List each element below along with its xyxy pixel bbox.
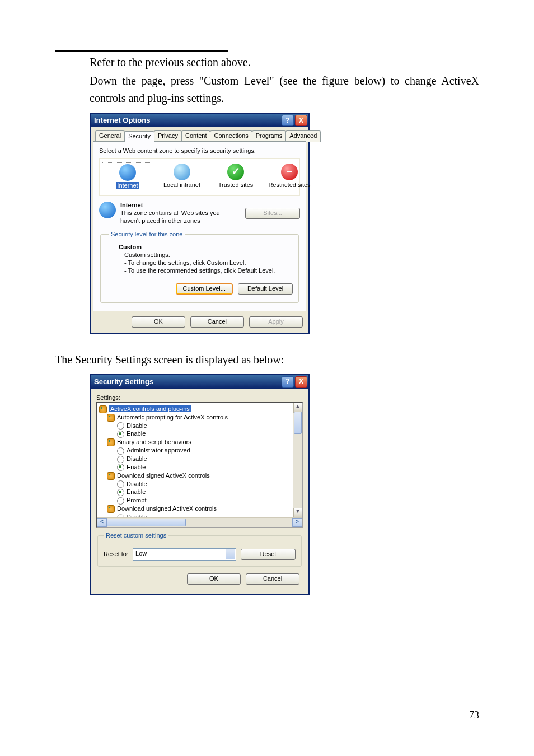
cancel-button[interactable]: Cancel bbox=[246, 573, 299, 585]
reset-legend: Reset custom settings bbox=[104, 532, 168, 540]
selected-zone-name: Internet bbox=[120, 202, 143, 208]
cancel-button[interactable]: Cancel bbox=[190, 316, 244, 328]
zone-description: haven't placed in other zones bbox=[120, 217, 200, 224]
security-settings-dialog: Security Settings ? X Settings: ActiveX … bbox=[90, 374, 310, 595]
default-level-button[interactable]: Default Level bbox=[238, 283, 293, 295]
dialog-title: Security Settings bbox=[94, 377, 153, 386]
level-heading: Custom bbox=[119, 244, 142, 250]
scroll-track[interactable] bbox=[293, 412, 302, 509]
scroll-thumb[interactable] bbox=[106, 519, 186, 526]
local-intranet-icon bbox=[174, 164, 190, 180]
page-number: 73 bbox=[469, 708, 479, 724]
titlebar[interactable]: Security Settings ? X bbox=[91, 375, 308, 389]
tree-group[interactable]: Automatic prompting for ActiveX controls bbox=[117, 414, 228, 421]
security-level-group: Security level for this zone Custom Cust… bbox=[100, 231, 299, 304]
gear-icon bbox=[107, 438, 115, 446]
horizontal-rule bbox=[55, 50, 228, 52]
settings-label: Settings: bbox=[96, 394, 303, 402]
sites-button: Sites... bbox=[245, 208, 300, 219]
tab-pane: Select a Web content zone to specify its… bbox=[93, 141, 306, 311]
radio-icon[interactable] bbox=[117, 489, 124, 496]
tab-privacy[interactable]: Privacy bbox=[154, 130, 182, 142]
tab-general[interactable]: General bbox=[95, 130, 125, 142]
globe-icon bbox=[99, 202, 116, 218]
tree-option[interactable]: Disable bbox=[127, 422, 147, 429]
radio-icon[interactable] bbox=[117, 447, 124, 455]
zone-label: Trusted sites bbox=[218, 181, 254, 188]
help-button[interactable]: ? bbox=[282, 376, 294, 388]
gear-icon bbox=[107, 505, 115, 513]
intro-paragraph: Down the page, press "Custom Level" (see… bbox=[90, 72, 479, 107]
scroll-left-button[interactable]: < bbox=[97, 518, 107, 527]
level-text: - To use the recommended settings, click… bbox=[124, 267, 293, 275]
ok-button[interactable]: OK bbox=[187, 573, 241, 585]
zone-select-hint: Select a Web content zone to specify its… bbox=[99, 147, 300, 155]
reset-group: Reset custom settings Reset to: Low Rese… bbox=[97, 532, 302, 567]
close-button[interactable]: X bbox=[295, 376, 307, 388]
scroll-thumb[interactable] bbox=[294, 412, 302, 434]
zone-restricted-sites[interactable]: − Restricted sites bbox=[264, 162, 315, 193]
tree-option[interactable]: Disable bbox=[127, 480, 147, 487]
tree-option[interactable]: Enable bbox=[127, 430, 146, 437]
zone-label: Local intranet bbox=[163, 181, 200, 188]
dialog-title: Internet Options bbox=[94, 116, 150, 125]
radio-icon[interactable] bbox=[117, 480, 124, 488]
level-text: Custom settings. bbox=[124, 251, 293, 259]
level-text: - To change the settings, click Custom L… bbox=[124, 259, 293, 267]
reset-button[interactable]: Reset bbox=[241, 549, 296, 560]
zone-label: Restricted sites bbox=[268, 181, 310, 188]
tree-option[interactable]: Prompt bbox=[127, 497, 146, 503]
scroll-right-button[interactable]: > bbox=[292, 518, 302, 527]
scroll-down-button[interactable]: ▼ bbox=[293, 508, 302, 518]
gear-icon bbox=[107, 414, 115, 422]
close-button[interactable]: X bbox=[295, 115, 307, 126]
zone-label: Internet bbox=[116, 182, 139, 189]
zone-local-intranet[interactable]: Local intranet bbox=[157, 162, 207, 193]
chevron-down-icon bbox=[228, 552, 233, 556]
titlebar[interactable]: Internet Options ? X bbox=[91, 114, 308, 127]
gear-icon bbox=[99, 405, 107, 413]
vertical-scrollbar[interactable]: ▲ ▼ bbox=[293, 403, 302, 518]
intro-line: Refer to the previous section above. bbox=[90, 54, 479, 71]
radio-icon[interactable] bbox=[117, 497, 124, 505]
tab-security[interactable]: Security bbox=[124, 131, 154, 142]
radio-icon[interactable] bbox=[117, 431, 124, 438]
settings-tree[interactable]: ActiveX controls and plug-ins Automatic … bbox=[96, 402, 303, 528]
radio-icon[interactable] bbox=[117, 464, 124, 471]
tree-group[interactable]: Binary and script behaviors bbox=[117, 438, 191, 445]
tree-root[interactable]: ActiveX controls and plug-ins bbox=[109, 405, 191, 412]
apply-button: Apply bbox=[249, 316, 303, 328]
combo-value: Low bbox=[135, 550, 147, 557]
horizontal-scrollbar[interactable]: < > bbox=[97, 517, 302, 527]
gear-icon bbox=[107, 472, 115, 480]
help-button[interactable]: ? bbox=[282, 115, 294, 126]
zone-description: This zone contains all Web sites you bbox=[120, 209, 220, 216]
custom-level-button[interactable]: Custom Level... bbox=[176, 283, 233, 295]
zones-list: Internet Local intranet ✓ Trusted sites … bbox=[99, 158, 300, 197]
mid-paragraph: The Security Settings screen is displaye… bbox=[55, 351, 479, 368]
trusted-sites-icon: ✓ bbox=[227, 164, 244, 180]
zone-trusted-sites[interactable]: ✓ Trusted sites bbox=[210, 162, 261, 193]
ok-button[interactable]: OK bbox=[132, 316, 185, 328]
zone-internet[interactable]: Internet bbox=[102, 162, 153, 193]
group-legend: Security level for this zone bbox=[109, 231, 185, 239]
internet-options-dialog: Internet Options ? X General Security Pr… bbox=[90, 113, 310, 334]
tab-programs[interactable]: Programs bbox=[252, 130, 287, 142]
tree-option[interactable]: Administrator approved bbox=[127, 447, 190, 454]
tab-content[interactable]: Content bbox=[181, 130, 211, 142]
tab-connections[interactable]: Connections bbox=[210, 130, 252, 142]
tab-strip: General Security Privacy Content Connect… bbox=[93, 130, 306, 142]
tree-group[interactable]: Download unsigned ActiveX controls bbox=[117, 505, 217, 512]
reset-level-combo[interactable]: Low bbox=[133, 548, 236, 561]
tree-option[interactable]: Disable bbox=[127, 455, 147, 462]
restricted-sites-icon: − bbox=[281, 164, 298, 180]
radio-icon[interactable] bbox=[117, 422, 124, 430]
tree-option[interactable]: Enable bbox=[127, 488, 146, 495]
tab-advanced[interactable]: Advanced bbox=[285, 130, 321, 142]
reset-to-label: Reset to: bbox=[104, 550, 128, 558]
tree-option[interactable]: Enable bbox=[127, 464, 146, 470]
globe-icon bbox=[119, 164, 136, 181]
radio-icon[interactable] bbox=[117, 456, 124, 463]
tree-group[interactable]: Download signed ActiveX controls bbox=[117, 472, 210, 479]
